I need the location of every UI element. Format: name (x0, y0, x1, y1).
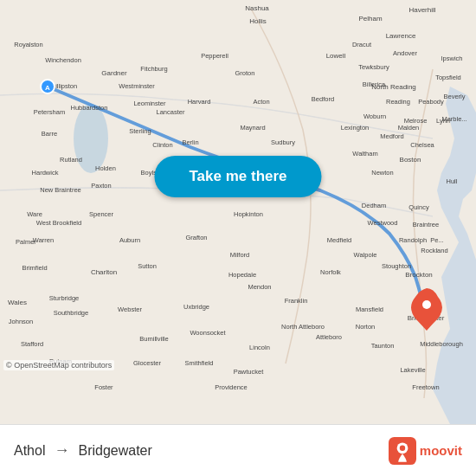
label-brimfield: Brimfield (22, 264, 47, 272)
svg-point-4 (400, 445, 405, 450)
label-berlin: Berlin (182, 138, 198, 146)
label-peabody: Peabody (418, 98, 444, 106)
label-lynn: Lynn (436, 117, 450, 125)
label-topsfield: Topsfield (435, 74, 461, 81)
moovit-logo[interactable]: moovit (389, 437, 462, 465)
label-foster: Foster (94, 383, 113, 391)
label-billerica: Billerica (363, 80, 386, 88)
label-rockland: Rockland (421, 247, 447, 254)
label-norfolk: Norfolk (320, 268, 341, 276)
label-west-brookfield: West Brookfield (36, 219, 81, 227)
label-hubbardston: Hubbardston (71, 104, 108, 112)
label-charlton: Charlton (91, 268, 117, 276)
label-warren: Warren (33, 236, 54, 244)
label-mansfield: Mansfield (356, 306, 383, 313)
arrow-icon: → (54, 441, 69, 460)
label-dracut: Dracut (352, 41, 372, 48)
label-stafford: Stafford (21, 340, 43, 348)
route-info: Athol → Bridgewater (14, 441, 152, 460)
label-ware: Ware (27, 210, 42, 218)
dest-marker-dot (422, 300, 431, 309)
label-grafton: Grafton (185, 234, 207, 241)
label-tewksbury: Tewksbury (358, 63, 389, 71)
label-providence: Providence (215, 383, 248, 391)
label-westminster: Westminster (119, 82, 155, 90)
label-north-attleboro: North Attleboro (281, 323, 325, 331)
label-groton: Groton (235, 69, 255, 77)
osm-attribution: © OpenStreetMap contributors (3, 360, 114, 370)
label-boston: Boston (400, 156, 421, 164)
label-waltham: Waltham (352, 150, 377, 158)
label-melrose: Melrose (404, 117, 428, 125)
label-gardner: Gardner (101, 69, 127, 77)
label-hopkinton: Hopkinton (234, 210, 263, 218)
label-lancaster: Lancaster (157, 108, 185, 116)
label-paxton: Paxton (91, 182, 111, 190)
label-braintree: Braintree (413, 221, 439, 228)
label-wales: Wales (8, 299, 27, 306)
label-pepperell: Pepperell (201, 52, 228, 60)
label-petersham: Petersham (34, 108, 65, 116)
label-pawtucket: Pawtucket (234, 368, 265, 376)
label-barre: Barre (42, 130, 57, 138)
label-reading: Reading (386, 98, 410, 106)
label-medford: Medford (380, 132, 404, 140)
label-nashua: Nashua (245, 4, 269, 12)
label-norton: Norton (356, 323, 376, 331)
label-lincoln: Lincoln (249, 344, 270, 351)
label-taunton: Taunton (371, 342, 395, 350)
label-woonsocket: Woonsocket (190, 329, 226, 337)
label-clinton: Clinton (152, 141, 172, 149)
label-woburn: Woburn (363, 113, 386, 120)
label-sturbridge: Sturbridge (49, 294, 80, 302)
label-beverly: Beverly (443, 93, 465, 100)
label-haverhill: Haverhill (408, 6, 435, 14)
label-lakeville: Lakeville (400, 366, 425, 374)
label-maynard: Maynard (240, 124, 265, 132)
label-sterling: Sterling (129, 127, 151, 135)
label-chelsea: Chelsea (410, 141, 434, 149)
map-container: Nashua Haverhill Pelham Lawrence Lowell … (0, 0, 476, 424)
moovit-icon (389, 437, 416, 465)
label-sudbury: Sudbury (271, 138, 295, 146)
label-lawrence: Lawrence (386, 32, 416, 40)
label-webster: Webster (118, 306, 142, 313)
destination-city: Bridgewater (78, 443, 151, 459)
label-hull: Hull (447, 177, 458, 185)
label-ipswich: Ipswich (441, 55, 462, 62)
label-leominster: Leominster (133, 100, 166, 107)
label-new-braintree: New Braintree (40, 186, 81, 194)
label-franklin: Franklin (285, 297, 308, 305)
label-spencer: Spencer (89, 210, 113, 218)
label-lowell: Lowell (326, 52, 346, 60)
take-me-there-button[interactable]: Take me there (154, 156, 321, 197)
label-auburn: Auburn (119, 236, 140, 244)
label-pen: Pe... (430, 236, 443, 244)
label-uxbridge: Uxbridge (183, 303, 209, 311)
label-holden: Holden (95, 164, 116, 172)
label-hollis: Hollis (249, 17, 267, 25)
origin-city: Athol (14, 443, 45, 459)
label-winchendon: Winchendon (45, 56, 81, 64)
label-dedham: Dedham (362, 202, 386, 209)
label-walpole: Walpole (354, 251, 377, 259)
label-royalston: Royalston (14, 41, 42, 48)
label-medfield: Medfield (327, 236, 351, 244)
label-bumillville: Bumillville (139, 335, 168, 343)
label-quincy: Quincy (408, 203, 429, 211)
label-brockton: Brockton (405, 271, 433, 279)
label-hopedale: Hopedale (228, 271, 256, 279)
label-newton: Newton (371, 169, 393, 177)
moovit-brand-name: moovit (420, 443, 462, 458)
label-malden: Malden (398, 124, 420, 132)
label-middleborough: Middleborough (420, 340, 463, 348)
label-bedford: Bedford (312, 95, 334, 103)
label-pelham: Pelham (358, 15, 382, 23)
label-milford: Milford (230, 251, 250, 259)
label-attleboro: Attleboro (316, 333, 342, 341)
label-rutland: Rutland (60, 156, 82, 164)
label-fitchburg: Fitchburg (140, 65, 167, 73)
footer: Athol → Bridgewater moovit (0, 424, 476, 476)
label-glocester: Glocester (133, 359, 162, 367)
label-acton: Acton (253, 98, 269, 106)
